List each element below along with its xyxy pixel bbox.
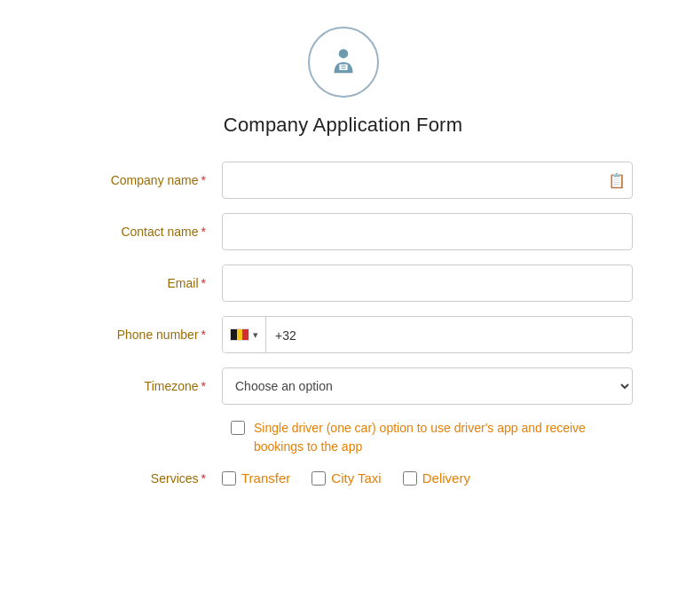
service-city-taxi-label[interactable]: City Taxi [331,470,381,486]
service-delivery-option: Delivery [403,470,470,486]
service-transfer-label[interactable]: Transfer [241,470,290,486]
phone-number-row: Phone number* ▾ +32 [53,316,633,353]
person-icon [325,43,362,81]
contact-name-row: Contact name* [53,213,633,250]
service-city-taxi-option: City Taxi [311,470,381,486]
service-transfer-option: Transfer [222,470,290,486]
service-delivery-label[interactable]: Delivery [422,470,470,486]
email-input[interactable] [222,265,633,302]
phone-input[interactable] [305,317,632,352]
timezone-label: Timezone* [53,379,222,393]
company-name-row: Company name* 📋 [53,162,633,199]
single-driver-checkbox-wrapper: Single driver (one car) option to use dr… [231,419,609,456]
phone-wrapper: ▾ +32 [222,316,633,353]
page-container: Company Application Form Company name* 📋… [0,0,686,519]
service-city-taxi-checkbox[interactable] [311,471,326,486]
svg-rect-1 [338,64,348,71]
email-label: Email* [53,276,222,290]
form-wrapper: Company name* 📋 Contact name* Email* Pho [53,162,633,493]
phone-chevron-icon: ▾ [253,329,258,341]
services-row: Services* Transfer City Taxi Delivery [53,470,633,486]
company-name-input-wrapper: 📋 [222,162,633,199]
contact-name-input[interactable] [222,213,633,250]
company-name-label: Company name* [53,173,222,187]
page-title: Company Application Form [224,114,462,137]
timezone-row: Timezone* Choose an option UTC-12:00 UTC… [53,367,633,405]
contact-name-label: Contact name* [53,225,222,239]
company-name-input[interactable] [222,162,633,199]
single-driver-row: Single driver (one car) option to use dr… [231,419,633,456]
services-label: Services* [53,471,222,486]
belgium-flag [230,328,249,341]
phone-prefix: +32 [266,317,305,352]
svg-point-0 [338,49,348,59]
email-row: Email* [53,265,633,302]
service-delivery-checkbox[interactable] [403,471,417,486]
single-driver-checkbox[interactable] [231,421,245,435]
phone-number-label: Phone number* [53,328,222,342]
services-options: Transfer City Taxi Delivery [222,470,470,486]
phone-country-selector[interactable]: ▾ [223,317,266,352]
logo-circle [308,27,379,98]
timezone-select[interactable]: Choose an option UTC-12:00 UTC-11:00 UTC… [222,367,633,405]
single-driver-label[interactable]: Single driver (one car) option to use dr… [254,419,609,456]
service-transfer-checkbox[interactable] [222,471,236,486]
